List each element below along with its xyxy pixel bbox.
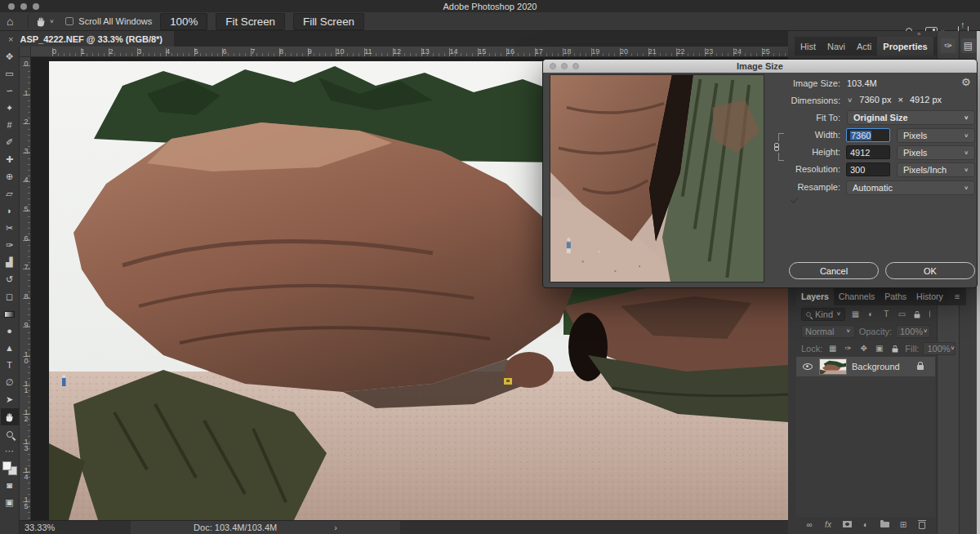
layer-effects-icon[interactable]: fx (823, 518, 833, 531)
add-layer-mask-icon[interactable] (842, 518, 852, 531)
screen-mode-button[interactable]: ▣ (1, 494, 19, 511)
zoom-level-field[interactable]: 33.33% (24, 523, 82, 532)
ruler-number: 0 (22, 60, 30, 66)
healing-brush-tool[interactable]: ⊕ (1, 168, 19, 185)
resolution-input[interactable]: 300 (846, 162, 890, 176)
gear-icon[interactable]: ⚙ (961, 76, 971, 88)
lock-transparency-icon[interactable]: ▦ (826, 342, 839, 354)
tab-acti[interactable]: Acti (851, 37, 877, 56)
fill-dropdown[interactable]: 100% ∨ (923, 342, 956, 355)
scissors-tool[interactable]: ✂ (1, 220, 19, 237)
patch-tool[interactable]: ▱ (1, 185, 19, 202)
filter-smart-objects-icon[interactable] (911, 308, 924, 320)
tab-channels[interactable]: Channels (834, 287, 880, 305)
quick-mask-button[interactable]: ◙ (1, 477, 19, 494)
height-unit-dropdown[interactable]: Pixels ∨ (897, 145, 975, 160)
home-icon[interactable]: ⌂ (7, 16, 13, 27)
resample-label: Resample: (718, 182, 840, 192)
layer-filter-kind-dropdown[interactable]: Kind ∨ (801, 308, 845, 321)
filter-type-layers-icon[interactable]: T (880, 308, 893, 320)
history-brush-tool[interactable]: ↺ (1, 271, 19, 288)
layers-empty-area (796, 376, 935, 517)
doc-size-status[interactable]: Doc: 103.4M/103.4M › (131, 521, 400, 534)
chevron-right-icon[interactable]: › (334, 523, 337, 532)
link-layers-icon[interactable]: ∞ (804, 518, 814, 531)
foreground-color-swatch[interactable] (2, 461, 11, 470)
blur-tool[interactable]: ● (1, 323, 19, 340)
tab-properties[interactable]: Properties (877, 37, 933, 56)
filter-adjustment-layers-icon[interactable]: ◐ (865, 308, 877, 320)
libraries-panel-icon[interactable]: ▤ (961, 38, 976, 53)
more-tools[interactable]: ⋯ (1, 443, 19, 460)
chevron-down-icon: ∨ (836, 311, 841, 317)
ruler-corner[interactable] (20, 47, 31, 57)
brush-tool[interactable]: ✑ (1, 237, 19, 254)
color-swatches[interactable] (1, 460, 19, 477)
resample-dropdown[interactable]: Automatic ∨ (846, 180, 975, 195)
brush-settings-panel-icon[interactable]: ✑ (941, 38, 956, 53)
layer-visibility-eye-icon[interactable] (803, 363, 813, 370)
lasso-tool[interactable]: ∽ (1, 82, 19, 100)
hand-tool-preset[interactable]: ∨ (35, 16, 54, 27)
quick-selection-tool[interactable]: ✦ (1, 100, 19, 117)
eyedropper-tool[interactable]: ✐ (1, 134, 19, 151)
zoom-tool[interactable] (1, 425, 19, 443)
pen-tool[interactable]: ▲ (1, 340, 19, 357)
dimensions-label: Dimensions: (718, 96, 840, 105)
layers-panel-menu-icon[interactable]: ≡ (948, 287, 966, 305)
document-tab[interactable]: × ASP_4222.NEF @ 33.3% (RGB/8*) (0, 31, 174, 47)
move-tool[interactable]: ✥ (1, 48, 19, 65)
rectangular-marquee-tool[interactable]: ▭ (1, 65, 19, 82)
width-unit-dropdown[interactable]: Pixels ∨ (897, 128, 975, 143)
opacity-dropdown[interactable]: 100% ∨ (896, 325, 930, 338)
new-layer-icon[interactable]: ⊞ (898, 518, 908, 531)
lock-position-icon[interactable]: ✥ (858, 342, 870, 354)
image-size-preview[interactable] (550, 74, 764, 283)
fill-screen-button[interactable]: Fill Screen (293, 13, 364, 30)
fit-screen-button[interactable]: Fit Screen (216, 13, 285, 30)
height-input[interactable]: 4912 (846, 145, 890, 159)
spot-healing-brush-tool[interactable]: ✚ (1, 151, 19, 168)
image-size-value: 103.4M (847, 78, 877, 88)
close-tab-icon[interactable]: × (8, 34, 13, 44)
frame-tool[interactable]: ∅ (1, 374, 19, 391)
tab-hist[interactable]: Hist (795, 37, 822, 56)
cancel-button[interactable]: Cancel (789, 262, 879, 279)
checkbox-icon[interactable] (65, 17, 74, 25)
fit-to-dropdown[interactable]: Original Size ∨ (847, 110, 975, 125)
crop-tool[interactable]: # (1, 117, 19, 134)
tab-paths[interactable]: Paths (880, 287, 911, 305)
type-tool[interactable]: T (1, 357, 19, 374)
tab-navi[interactable]: Navi (822, 37, 851, 56)
blend-mode-dropdown[interactable]: Normal ∨ (801, 325, 855, 338)
resolution-unit-dropdown[interactable]: Pixels/Inch ∨ (897, 162, 975, 177)
layer-thumbnail[interactable] (819, 358, 847, 375)
lock-all-icon[interactable] (889, 342, 901, 354)
eraser-tool[interactable]: ◻ (1, 288, 19, 305)
zoom-100-button[interactable]: 100% (160, 13, 207, 30)
width-input[interactable]: 7360 (846, 128, 890, 142)
lock-artboard-icon[interactable]: ▣ (873, 342, 885, 354)
adjustment-layer-icon[interactable]: ◐ (861, 518, 871, 531)
dimensions-chevron-icon[interactable]: ∨ (847, 96, 853, 104)
lock-pixels-icon[interactable]: ✑ (842, 342, 854, 354)
tab-layers[interactable]: Layers (796, 287, 834, 305)
dodge-tool[interactable]: ◗ (1, 202, 19, 220)
filter-shape-layers-icon[interactable]: ▭ (896, 308, 908, 320)
path-selection-tool[interactable]: ➤ (1, 391, 19, 408)
delete-layer-icon[interactable] (917, 518, 927, 531)
clone-stamp-tool[interactable]: ▟ (1, 254, 19, 271)
scroll-all-windows-checkbox[interactable]: Scroll All Windows (65, 16, 152, 26)
layer-row-background[interactable]: Background (796, 357, 935, 376)
filter-pixel-layers-icon[interactable]: ▦ (849, 308, 862, 320)
filter-toggle-icon[interactable] (929, 310, 930, 318)
new-group-icon[interactable] (880, 518, 889, 531)
ruler-left[interactable]: 0123456789101112131415 (20, 57, 31, 520)
hand-tool[interactable] (1, 408, 19, 425)
dialog-title-bar[interactable]: Image Size (543, 60, 977, 73)
chevron-down-icon[interactable]: ∨ (49, 18, 54, 24)
gradient-tool[interactable] (1, 305, 19, 323)
ruler-top[interactable]: 0123456789101112131415161718192021222324… (31, 47, 788, 57)
tab-history[interactable]: History (911, 287, 948, 305)
ok-button[interactable]: OK (885, 262, 975, 279)
